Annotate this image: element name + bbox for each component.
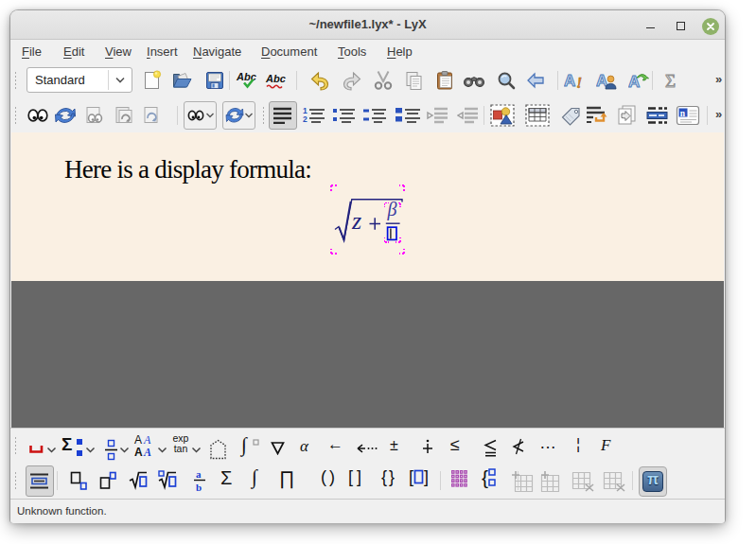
svg-text:A: A (628, 73, 640, 91)
svg-text:A: A (564, 72, 575, 90)
svg-text:Abc: Abc (265, 73, 286, 84)
svg-text:a: a (196, 468, 202, 480)
svg-text:2: 2 (303, 114, 308, 124)
svg-text:Σ: Σ (665, 71, 676, 91)
svg-text:b: b (196, 482, 202, 492)
svg-text:z: z (351, 207, 361, 235)
svg-text:n: n (680, 109, 686, 118)
svg-text:!: ! (576, 75, 582, 91)
svg-text:β: β (387, 199, 397, 220)
